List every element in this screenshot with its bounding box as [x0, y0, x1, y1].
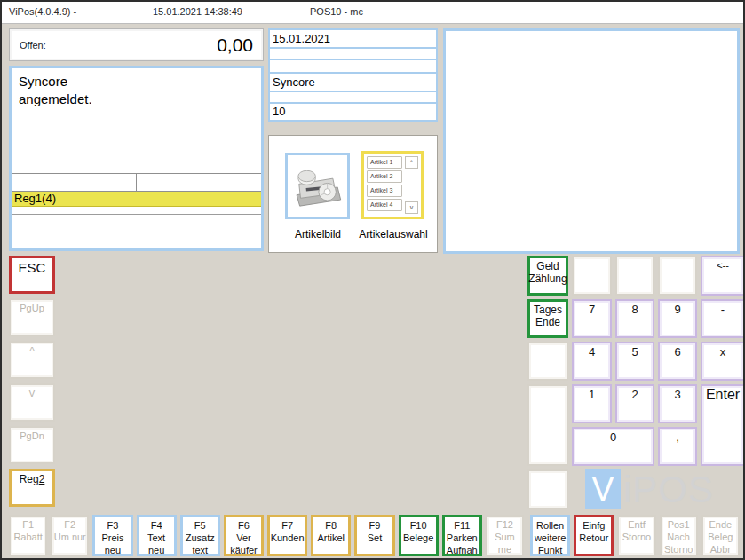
comma-key[interactable]: , — [658, 427, 697, 466]
scroll-down-button[interactable]: v — [405, 201, 418, 214]
article-select-box: Artikel 1 Artikel 2 Artikel 3 Artikel 4 … — [361, 151, 424, 219]
separator-row — [12, 207, 261, 215]
f1-rabatt-button[interactable]: F1 Rabatt — [9, 515, 47, 556]
enter-key[interactable]: Enter — [701, 384, 745, 466]
datetime-display: 15.01.2021 14:38:49 — [153, 6, 242, 17]
numpad-9[interactable]: 9 — [658, 299, 697, 338]
article-list: Artikel 1 Artikel 2 Artikel 3 Artikel 4 — [367, 156, 402, 214]
pos1-nachstorno-button[interactable]: Pos1 Nach Storno — [660, 515, 698, 556]
empty-key-5[interactable] — [527, 384, 568, 466]
f7-kunden-button[interactable]: F7 Kunden — [267, 515, 307, 556]
ende-belegabbr-button[interactable]: Ende Beleg Abbr — [701, 515, 740, 556]
detail-panel — [443, 28, 740, 254]
open-amount-value: 0,00 — [217, 35, 253, 56]
article-section: Artikel 1 Artikel 2 Artikel 3 Artikel 4 … — [268, 135, 438, 253]
arrow-down-button[interactable]: V — [9, 383, 55, 422]
tages-ende-button[interactable]: Tages Ende — [527, 299, 568, 338]
numpad-5[interactable]: 5 — [615, 342, 654, 381]
info-field-3 — [270, 60, 436, 74]
logo-text: iPOS — [623, 469, 714, 509]
receipt-panel: Offen: 0,00 Syncore angemeldet. Reg1(4) — [9, 28, 264, 253]
f10-belege-button[interactable]: F10 Belege — [399, 515, 439, 556]
f8-artikel-button[interactable]: F8 Artikel — [311, 515, 351, 556]
operator-field: Syncore — [270, 74, 436, 92]
numpad-0[interactable]: 0 — [572, 427, 654, 466]
article-item-4[interactable]: Artikel 4 — [367, 199, 402, 211]
numpad-6[interactable]: 6 — [658, 342, 697, 381]
pos-window: ViPos(4.0.4.9) - 15.01.2021 14:38:49 POS… — [0, 0, 745, 560]
date-field: 15.01.2021 — [270, 30, 436, 49]
rollen-funkt-button[interactable]: Rollen weitere Funkt — [530, 515, 570, 556]
info-fields: 15.01.2021 Syncore 10 — [268, 28, 438, 122]
entf-storno-button[interactable]: Entf Storno — [617, 515, 655, 556]
pgdn-button[interactable]: PgDn — [9, 426, 55, 464]
keypad: Geld Zählung <-- Tages Ende 7 8 9 - 4 5 … — [527, 256, 745, 509]
pgup-button[interactable]: PgUp — [9, 298, 55, 336]
info-field-2 — [270, 49, 436, 60]
f5-zusatztext-button[interactable]: F5 Zusatz text — [180, 515, 220, 556]
register-status-row[interactable]: Reg1(4) — [12, 192, 261, 207]
article-scrollbar: ^ v — [405, 156, 418, 214]
article-item-3[interactable]: Artikel 3 — [367, 185, 402, 197]
receipt-display: Syncore angemeldet. Reg1(4) — [9, 66, 264, 251]
article-image-box[interactable] — [285, 153, 350, 219]
minus-key[interactable]: - — [701, 299, 745, 338]
app-title: ViPos(4.0.4.9) - — [9, 6, 76, 17]
numpad-7[interactable]: 7 — [572, 299, 612, 338]
login-message: Syncore angemeldet. — [12, 68, 261, 173]
logo-v-mark: V — [585, 469, 621, 509]
article-item-2[interactable]: Artikel 2 — [367, 170, 402, 183]
empty-key-3[interactable] — [658, 256, 697, 296]
open-amount-box: Offen: 0,00 — [9, 28, 264, 61]
article-image-label: Artikelbild — [269, 228, 367, 241]
station-name: POS10 - mc — [310, 6, 363, 17]
f2-um-nur-button[interactable]: F2 Um nur — [51, 515, 89, 556]
numpad-2[interactable]: 2 — [615, 384, 654, 423]
scroll-up-button[interactable]: ^ — [405, 156, 418, 169]
title-bar: ViPos(4.0.4.9) - 15.01.2021 14:38:49 POS… — [2, 2, 743, 24]
article-item-1[interactable]: Artikel 1 — [367, 156, 402, 169]
numpad-8[interactable]: 8 — [615, 299, 654, 338]
display-spacer — [12, 215, 261, 248]
arrow-up-button[interactable]: ^ — [9, 341, 55, 379]
numpad-4[interactable]: 4 — [572, 342, 612, 381]
function-key-row: F1 Rabatt F2 Um nur F3 Preis neu F4 Text… — [9, 515, 740, 556]
numpad-3[interactable]: 3 — [658, 384, 697, 423]
printer-image — [290, 159, 345, 214]
empty-key-6[interactable] — [527, 469, 568, 509]
terminal-number-field: 10 — [270, 104, 436, 120]
einfg-retour-button[interactable]: Einfg Retour — [574, 515, 614, 556]
totals-cell-left — [12, 174, 137, 191]
info-panel: 15.01.2021 Syncore 10 — [268, 28, 438, 253]
f3-preis-neu-button[interactable]: F3 Preis neu — [92, 515, 132, 556]
f6-verkaeufer-button[interactable]: F6 Ver käufer — [224, 515, 264, 556]
f9-set-button[interactable]: F9 Set — [354, 515, 394, 556]
info-field-5 — [270, 92, 436, 104]
open-amount-label: Offen: — [20, 40, 46, 51]
geld-zahlung-button[interactable]: Geld Zählung — [527, 256, 568, 296]
nav-column: ESC PgUp ^ V PgDn Reg2 — [9, 256, 55, 507]
article-select-label: Artikelauswahl — [353, 228, 433, 241]
f4-text-neu-button[interactable]: F4 Text neu — [137, 515, 177, 556]
f12-summe-button[interactable]: F12 Sum me — [486, 515, 524, 556]
esc-button[interactable]: ESC — [9, 256, 55, 294]
reg2-button[interactable]: Reg2 — [9, 469, 55, 507]
empty-key-1[interactable] — [572, 256, 612, 296]
empty-key-2[interactable] — [615, 256, 654, 296]
backspace-key[interactable]: <-- — [701, 256, 745, 296]
logo: V iPOS — [572, 469, 745, 509]
empty-key-4[interactable] — [527, 342, 568, 381]
reg2-label: Reg2 — [20, 473, 45, 485]
f11-parken-button[interactable]: F11 Parken Aufnah — [442, 515, 482, 556]
multiply-key[interactable]: x — [701, 342, 745, 381]
totals-row — [12, 173, 261, 192]
numpad-1[interactable]: 1 — [572, 384, 612, 423]
